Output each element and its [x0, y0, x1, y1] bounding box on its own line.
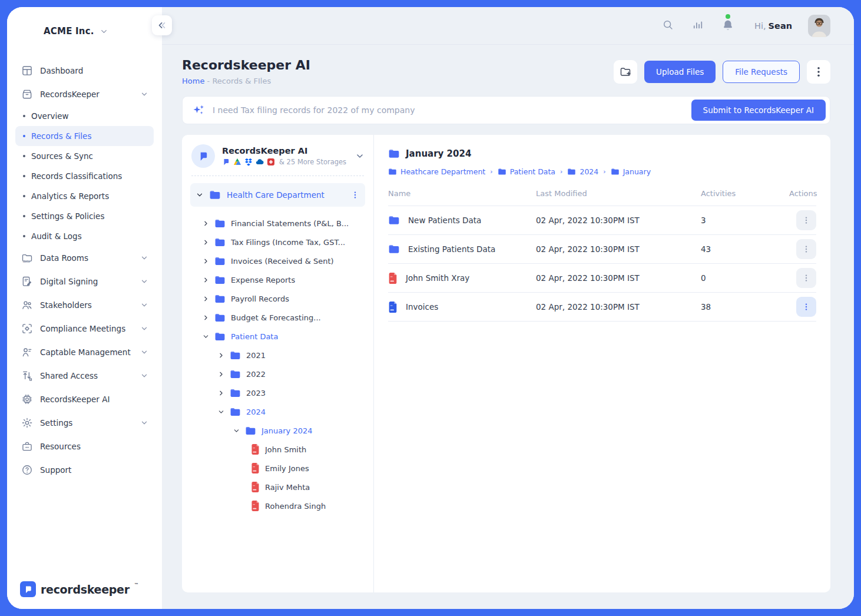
sidebar-item-dashboard[interactable]: Dashboard: [15, 59, 154, 82]
sidebar-item-recordskeeper[interactable]: RecordsKeeper: [15, 82, 154, 106]
sidebar-item-label: Compliance Meetings: [40, 324, 125, 333]
table-row[interactable]: John Smith Xray 02 Apr, 2022 10:30PM IST…: [388, 264, 816, 293]
resources-icon: [21, 441, 33, 452]
breadcrumb-current: Records & FIles: [212, 77, 271, 85]
folder-icon: [611, 167, 620, 176]
folder-icon: [567, 167, 576, 176]
chevron-down-icon[interactable]: [356, 152, 364, 160]
search-icon[interactable]: [661, 19, 675, 33]
status-dot: [726, 14, 730, 19]
current-folder-header: January 2024: [388, 148, 816, 160]
kebab-menu-icon[interactable]: [351, 191, 359, 199]
folder-icon: [209, 189, 221, 201]
storage-title: RecordsKeeper AI: [222, 146, 349, 155]
ai-prompt-input[interactable]: [213, 105, 684, 115]
sidebar-item-settings[interactable]: Settings: [15, 411, 154, 435]
new-folder-button[interactable]: [614, 60, 637, 84]
sparkle-ai-icon: [192, 104, 205, 117]
breadcrumb-home-link[interactable]: Home: [182, 77, 204, 85]
sidebar-item-stakeholders[interactable]: Stakeholders: [15, 293, 154, 317]
sidebar-item-data-rooms[interactable]: Data Rooms: [15, 246, 154, 270]
sidebar-item-label: Settings & Policies: [31, 211, 104, 221]
company-name: ACME Inc.: [44, 26, 94, 37]
tree-node-2022[interactable]: 2022: [182, 365, 373, 383]
brand-name: recordskeeper: [41, 583, 130, 596]
tree-node-patient-data[interactable]: Patient Data: [182, 327, 373, 346]
row-menu-button[interactable]: [796, 239, 816, 259]
sidebar-item-recordskeeper-ai[interactable]: RecordsKeeper AI: [15, 388, 154, 411]
tree-node-rajiv-mehta[interactable]: Rajiv Mehta: [182, 478, 373, 496]
analytics-icon[interactable]: [691, 19, 705, 33]
tree-node-label: Invoices (Received & Sent): [231, 257, 334, 266]
row-activities: 3: [701, 216, 789, 225]
sidebar-item-records-files[interactable]: Records & Files: [15, 126, 154, 146]
sidebar-item-overview[interactable]: Overview: [15, 106, 154, 126]
sidebar-item-label: Data Rooms: [40, 253, 88, 263]
tree-node-payroll-records[interactable]: Payroll Records: [182, 289, 373, 308]
breadcrumb-heathcare-department[interactable]: Heathcare Department: [388, 167, 485, 176]
tree-node-tax-filings[interactable]: Tax Filings (Income Tax, GST...: [182, 233, 373, 251]
tree-node-health-care-department[interactable]: Health Care Department: [190, 183, 365, 207]
folder-icon: [214, 218, 226, 229]
table-row[interactable]: Existing Patients Data 02 Apr, 2022 10:3…: [388, 235, 816, 264]
sidebar-item-records-classifications[interactable]: Records Classifications: [15, 166, 154, 186]
tree-node-january-2024[interactable]: January 2024: [182, 421, 373, 440]
tree-node-rohendra-singh[interactable]: Rohendra Singh: [182, 496, 373, 515]
breadcrumb-2024[interactable]: 2024: [567, 167, 598, 176]
tree-node-2023[interactable]: 2023: [182, 383, 373, 402]
sidebar-item-sources-sync[interactable]: Sources & Sync: [15, 146, 154, 166]
sidebar-item-support[interactable]: Support: [15, 458, 154, 482]
tree-node-label: Expense Reports: [231, 276, 295, 284]
chevron-down-icon: [141, 91, 148, 98]
sidebar-item-audit-logs[interactable]: Audit & Logs: [15, 226, 154, 246]
topbar: Hi,Sean: [162, 7, 854, 45]
breadcrumb-january[interactable]: January: [611, 167, 651, 176]
breadcrumb-patient-data[interactable]: Patient Data: [498, 167, 555, 176]
tree-list: Financial Statements (P&L, B... Tax Fili…: [182, 209, 373, 592]
tree-node-financial-statements[interactable]: Financial Statements (P&L, B...: [182, 214, 373, 233]
sidebar-item-label: RecordsKeeper: [40, 90, 100, 99]
folder-icon: [388, 243, 400, 255]
sidebar-collapse-button[interactable]: [152, 15, 172, 35]
tree-node-budget-forecasting[interactable]: Budget & Forecasting...: [182, 308, 373, 327]
page-menu-button[interactable]: [807, 60, 830, 84]
pdf-file-icon: [251, 482, 260, 492]
app-window: ACME Inc. Dashboard RecordsKeeper Overvi…: [7, 7, 854, 609]
breadcrumb-separator: ›: [603, 168, 605, 175]
column-header-last-modified: Last Modified: [536, 189, 701, 198]
table-row[interactable]: Invoices 02 Apr, 2022 10:30PM IST 38: [388, 293, 816, 322]
kebab-menu-icon: [802, 303, 810, 311]
recordskeeper-brand: recordskeeper ™: [7, 581, 162, 597]
sidebar-item-digital-signing[interactable]: Digital Signing: [15, 270, 154, 293]
sidebar-item-shared-access[interactable]: Shared Access: [15, 364, 154, 388]
ai-submit-button[interactable]: Submit to RecordsKeeper AI: [691, 100, 826, 121]
data-rooms-icon: [21, 252, 33, 264]
sidebar-item-resources[interactable]: Resources: [15, 435, 154, 458]
tree-node-2024[interactable]: 2024: [182, 402, 373, 421]
kebab-menu-icon: [802, 245, 810, 253]
avatar[interactable]: [808, 15, 830, 37]
sidebar-item-analytics-reports[interactable]: Analytics & Reports: [15, 186, 154, 206]
row-activities: 0: [701, 273, 789, 283]
storage-tree-panel: RecordsKeeper AI & 25 More Storages: [182, 135, 374, 592]
sidebar-item-captable-management[interactable]: Captable Management: [15, 340, 154, 364]
recordskeeper-storage-icon: [222, 158, 230, 166]
tree-node-2021[interactable]: 2021: [182, 346, 373, 365]
sidebar-item-compliance-meetings[interactable]: Compliance Meetings: [15, 317, 154, 340]
sidebar-item-settings-policies[interactable]: Settings & Policies: [15, 206, 154, 226]
row-menu-button[interactable]: [796, 268, 816, 288]
tree-node-emily-jones[interactable]: Emily Jones: [182, 459, 373, 478]
tree-node-invoices[interactable]: Invoices (Received & Sent): [182, 251, 373, 270]
file-requests-button[interactable]: File Requests: [723, 61, 800, 83]
tree-node-expense-reports[interactable]: Expense Reports: [182, 270, 373, 289]
notifications-bell-icon[interactable]: [721, 19, 735, 33]
folder-breadcrumb: Heathcare Department › Patient Data › 20…: [388, 167, 816, 176]
table-row[interactable]: New Patients Data 02 Apr, 2022 10:30PM I…: [388, 206, 816, 235]
chevron-down-icon[interactable]: [196, 191, 203, 198]
doc-file-icon: [388, 302, 398, 313]
company-switcher[interactable]: ACME Inc.: [7, 22, 162, 40]
row-menu-button[interactable]: [796, 297, 816, 317]
tree-node-john-smith[interactable]: John Smith: [182, 440, 373, 459]
upload-files-button[interactable]: Upload Files: [644, 61, 716, 83]
row-menu-button[interactable]: [796, 210, 816, 230]
